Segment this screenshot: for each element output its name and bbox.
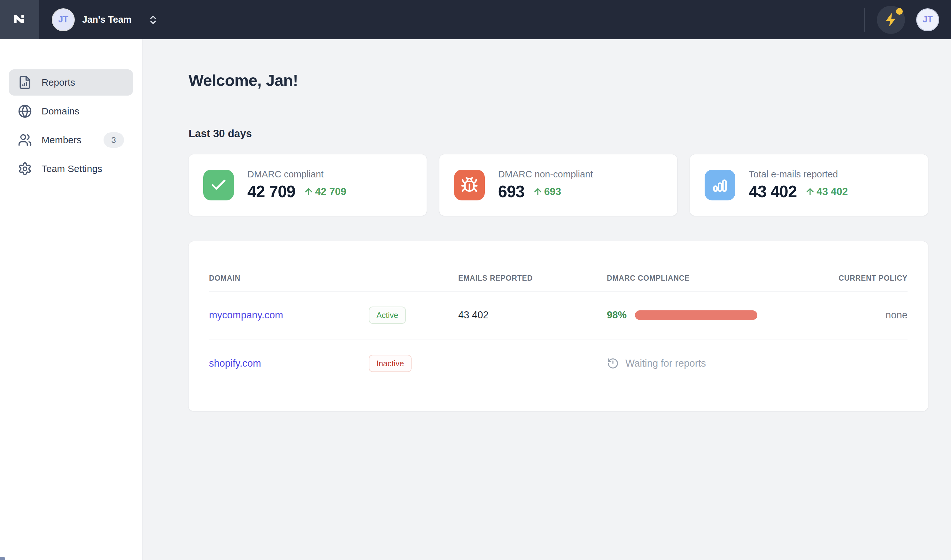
topbar-actions: JT — [864, 6, 951, 34]
domain-link[interactable]: shopify.com — [209, 358, 369, 369]
table-header-row: DOMAIN EMAILS REPORTED DMARC COMPLIANCE … — [209, 242, 908, 291]
sidebar: Reports Domains Members 3 Team Settings — [0, 39, 143, 560]
waiting-for-reports: Waiting for reports — [607, 357, 831, 369]
column-header-policy: CURRENT POLICY — [831, 274, 908, 283]
arrow-up-icon — [805, 187, 815, 197]
status-badge: Active — [369, 306, 406, 324]
domain-link[interactable]: mycompany.com — [209, 309, 369, 321]
arrow-up-icon — [303, 187, 314, 197]
stat-value-row: 42 709 42 709 — [247, 182, 346, 201]
bar-chart-icon — [705, 170, 735, 200]
sidebar-item-domains[interactable]: Domains — [9, 98, 133, 124]
sidebar-item-reports[interactable]: Reports — [9, 69, 133, 95]
notification-dot — [896, 8, 903, 15]
team-switcher[interactable]: JT Jan's Team — [53, 9, 158, 30]
members-count-badge: 3 — [103, 132, 124, 148]
stat-delta-value: 42 709 — [315, 186, 346, 197]
logo-n-icon — [8, 8, 31, 31]
domains-table: DOMAIN EMAILS REPORTED DMARC COMPLIANCE … — [189, 242, 928, 411]
globe-icon — [18, 104, 32, 118]
stat-delta: 42 709 — [303, 186, 346, 197]
sidebar-item-label: Domains — [42, 106, 79, 117]
stat-card-body: DMARC non-compliant 693 693 — [498, 169, 593, 201]
stat-value-row: 43 402 43 402 — [749, 182, 848, 201]
history-icon — [607, 357, 619, 369]
gear-icon — [18, 162, 32, 176]
compliance-cell: 98% — [607, 309, 831, 321]
team-avatar: JT — [53, 9, 74, 30]
main-content: Welcome, Jan! Last 30 days DMARC complia… — [143, 39, 951, 560]
users-icon — [18, 133, 32, 147]
section-title: Last 30 days — [189, 128, 928, 140]
stat-value: 693 — [498, 182, 525, 201]
page-title: Welcome, Jan! — [189, 71, 928, 90]
current-policy-value: none — [831, 309, 908, 321]
compliance-progress-bar — [635, 310, 757, 320]
stat-card-dmarc-compliant: DMARC compliant 42 709 42 709 — [189, 154, 426, 216]
notifications-button[interactable] — [877, 6, 905, 34]
sidebar-item-label: Members — [42, 135, 82, 145]
column-header-domain: DOMAIN — [209, 274, 369, 283]
status-badge: Inactive — [369, 355, 412, 372]
emails-reported-value: 43 402 — [458, 309, 607, 321]
stat-card-dmarc-non-compliant: DMARC non-compliant 693 693 — [439, 154, 677, 216]
sidebar-item-label: Reports — [42, 77, 75, 88]
arrow-up-icon — [533, 187, 543, 197]
stat-label: DMARC non-compliant — [498, 169, 593, 180]
stat-label: Total e-mails reported — [749, 169, 848, 180]
sidebar-item-members[interactable]: Members 3 — [9, 127, 133, 153]
stat-delta-value: 43 402 — [817, 186, 848, 197]
stat-value: 42 709 — [247, 182, 295, 201]
sidebar-item-team-settings[interactable]: Team Settings — [9, 156, 133, 182]
column-header-compliance: DMARC COMPLIANCE — [607, 274, 831, 283]
topbar: JT Jan's Team JT — [0, 0, 951, 39]
stat-delta: 43 402 — [805, 186, 848, 197]
stat-delta-value: 693 — [544, 186, 561, 197]
stat-card-total-emails: Total e-mails reported 43 402 43 402 — [690, 154, 928, 216]
chat-widget-edge[interactable] — [0, 557, 5, 560]
topbar-divider — [864, 8, 865, 32]
team-name: Jan's Team — [82, 14, 132, 25]
chevrons-up-down-icon — [148, 14, 158, 25]
stat-value: 43 402 — [749, 182, 797, 201]
lightning-bolt-icon — [883, 12, 898, 27]
column-header-emails: EMAILS REPORTED — [458, 274, 607, 283]
file-chart-icon — [18, 75, 32, 89]
waiting-text: Waiting for reports — [625, 358, 706, 369]
compliance-percent: 98% — [607, 309, 627, 321]
check-icon — [203, 170, 234, 200]
table-row: shopify.com Inactive Waiting for reports — [209, 340, 908, 388]
stat-card-body: Total e-mails reported 43 402 43 402 — [749, 169, 848, 201]
bug-icon — [454, 170, 485, 200]
stat-delta: 693 — [533, 186, 561, 197]
stat-card-body: DMARC compliant 42 709 42 709 — [247, 169, 346, 201]
user-avatar[interactable]: JT — [917, 9, 938, 30]
stat-cards-row: DMARC compliant 42 709 42 709 — [189, 154, 928, 216]
app-logo[interactable] — [0, 0, 39, 39]
sidebar-item-label: Team Settings — [42, 163, 102, 174]
stat-label: DMARC compliant — [247, 169, 346, 180]
table-row: mycompany.com Active 43 402 98% none — [209, 291, 908, 340]
stat-value-row: 693 693 — [498, 182, 593, 201]
